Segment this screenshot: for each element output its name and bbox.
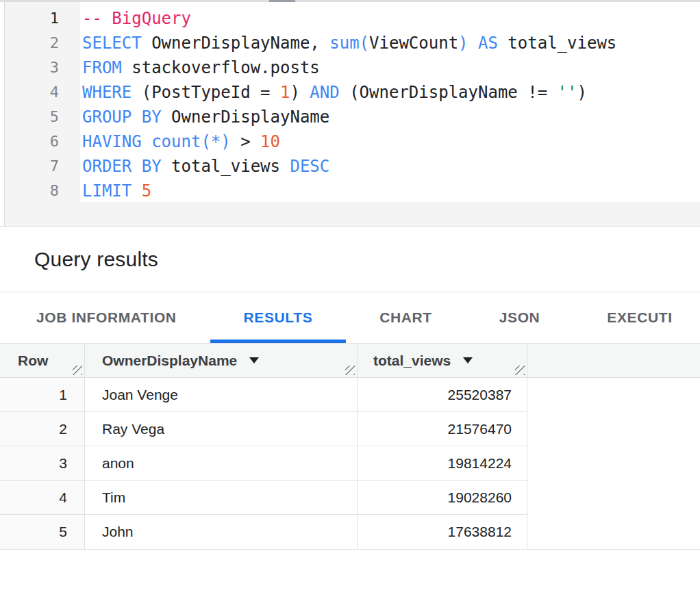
column-header-views: total_views <box>358 344 527 377</box>
code-line-2[interactable]: SELECT OwnerDisplayName, sum(ViewCount) … <box>82 31 700 55</box>
sql-token-num: 5 <box>142 181 151 201</box>
cell-row: 5 <box>0 515 85 549</box>
sql-token-kw: AS <box>468 34 498 53</box>
cell-views: 17638812 <box>358 515 527 549</box>
code-line-5[interactable]: GROUP BY OwnerDisplayName <box>82 105 700 129</box>
cell-row: 4 <box>0 481 85 515</box>
tab-job-information[interactable]: JOB INFORMATION <box>3 292 210 343</box>
sql-token-pl: (OwnerDisplayName != <box>340 83 558 102</box>
tab-label: CHART <box>379 309 432 326</box>
sql-token-kw: WHERE <box>82 83 132 102</box>
cell-owner: Joan Venge <box>85 378 358 412</box>
row-spacer-cell <box>527 515 700 549</box>
column-header-row: Row <box>0 344 85 377</box>
cell-owner: John <box>85 515 358 549</box>
sql-token-kw: LIMIT <box>82 181 132 201</box>
column-header-owner: OwnerDisplayName <box>85 344 358 377</box>
sql-token-kw: SELECT <box>82 34 142 53</box>
cell-views: 19814224 <box>358 446 527 481</box>
line-number: 5 <box>5 105 80 129</box>
code-line-8[interactable]: LIMIT 5 <box>82 179 700 203</box>
row-spacer-cell <box>527 412 700 446</box>
table-row: 4Tim19028260 <box>0 481 700 515</box>
page-title: Query results <box>34 248 158 271</box>
sql-token-num: 1 <box>280 83 290 102</box>
tab-label: EXECUTI <box>607 309 672 326</box>
sql-token-pl: stackoverflow.posts <box>122 58 320 77</box>
cell-row: 3 <box>0 446 85 481</box>
sql-token-fn: count(*) <box>151 132 231 151</box>
column-header-spacer <box>527 344 700 377</box>
code-line-3[interactable]: FROM stackoverflow.posts <box>82 55 700 80</box>
cell-views: 19028260 <box>358 481 527 515</box>
column-resize-handle-icon[interactable] <box>515 366 525 375</box>
cell-row: 2 <box>0 412 85 446</box>
sql-token-pl: total_views <box>162 157 290 176</box>
tab-label: JOB INFORMATION <box>36 309 177 326</box>
sql-token-num: 10 <box>260 132 280 151</box>
sql-token-pl: (PostTypeId = <box>132 83 280 102</box>
column-header-label: Row <box>18 353 48 369</box>
line-number-gutter: 12345678 <box>5 2 80 203</box>
sql-token-kw: GROUP BY <box>82 107 162 127</box>
line-number: 3 <box>5 55 80 80</box>
tab-chart[interactable]: CHART <box>346 292 466 343</box>
sql-token-fn: sum( <box>329 34 369 53</box>
sql-token-pl: ) <box>290 83 310 102</box>
row-spacer-cell <box>527 378 700 412</box>
line-number: 1 <box>5 6 80 31</box>
cell-owner: anon <box>85 446 358 481</box>
table-row: 1Joan Venge25520387 <box>0 378 700 412</box>
sql-token-fn: ) <box>458 34 468 53</box>
line-number: 7 <box>5 154 80 179</box>
table-row: 3anon19814224 <box>0 446 700 481</box>
sql-token-kw: HAVING <box>82 132 142 151</box>
line-number: 8 <box>5 179 80 203</box>
line-number: 4 <box>5 80 80 105</box>
sql-token-kw: AND <box>310 83 339 102</box>
editor-left-gutter-edge <box>0 2 5 226</box>
sql-token-com: -- BigQuery <box>82 9 191 28</box>
column-header-label: total_views <box>373 353 451 369</box>
sql-token-pl: ViewCount <box>369 34 458 53</box>
code-line-4[interactable]: WHERE (PostTypeId = 1) AND (OwnerDisplay… <box>82 80 700 105</box>
sql-token-pl: ) <box>577 83 587 102</box>
cell-views: 25520387 <box>358 378 527 412</box>
row-spacer-cell <box>527 446 700 481</box>
code-line-7[interactable]: ORDER BY total_views DESC <box>82 154 700 179</box>
sql-token-kw: FROM <box>82 58 122 77</box>
column-resize-handle-icon[interactable] <box>345 366 355 375</box>
sql-token-pl: > <box>231 132 260 151</box>
active-tab-indicator <box>210 340 347 343</box>
code-line-6[interactable]: HAVING count(*) > 10 <box>82 129 700 154</box>
sql-editor-panel: 12345678 -- BigQuerySELECT OwnerDisplayN… <box>0 0 700 227</box>
tab-label: RESULTS <box>244 309 313 326</box>
sql-token-str: '' <box>558 83 577 102</box>
row-spacer-cell <box>527 481 700 515</box>
table-header-row: RowOwnerDisplayNametotal_views <box>0 344 700 378</box>
cell-row: 1 <box>0 378 85 412</box>
sql-token-kw: DESC <box>290 157 329 176</box>
table-row: 5John17638812 <box>0 515 700 549</box>
column-resize-handle-icon[interactable] <box>73 366 82 375</box>
tab-results[interactable]: RESULTS <box>210 292 347 343</box>
line-number: 6 <box>5 129 80 154</box>
sql-token-pl: total_views <box>498 34 616 53</box>
sql-token-pl <box>132 181 141 201</box>
code-line-1[interactable]: -- BigQuery <box>82 6 700 31</box>
tab-label: JSON <box>499 309 540 326</box>
tab-json[interactable]: JSON <box>466 292 574 343</box>
cell-owner: Tim <box>85 481 358 515</box>
tab-executi[interactable]: EXECUTI <box>573 292 700 343</box>
sql-token-pl: OwnerDisplayName, <box>142 34 330 53</box>
column-dropdown-arrow-icon[interactable] <box>463 357 473 363</box>
sql-token-kw: ORDER BY <box>82 157 162 176</box>
column-dropdown-arrow-icon[interactable] <box>249 357 259 363</box>
sql-token-pl: OwnerDisplayName <box>162 107 330 127</box>
line-number: 2 <box>5 31 80 55</box>
sql-code-editor[interactable]: -- BigQuerySELECT OwnerDisplayName, sum(… <box>80 2 700 202</box>
column-header-label: OwnerDisplayName <box>102 353 237 369</box>
cell-views: 21576470 <box>358 412 527 446</box>
results-table: RowOwnerDisplayNametotal_views 1Joan Ven… <box>0 343 700 550</box>
cell-owner: Ray Vega <box>85 412 358 446</box>
